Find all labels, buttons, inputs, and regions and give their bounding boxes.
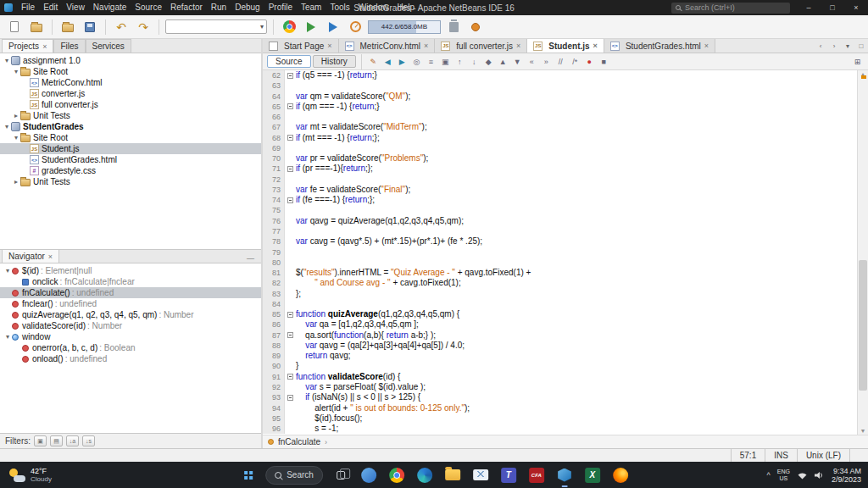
tree-item-metricconv-html[interactable]: MetricConv.html [0, 77, 261, 88]
expander-right-icon[interactable]: ▸ [12, 112, 20, 119]
close-icon[interactable]: × [424, 42, 428, 50]
netbeans-icon[interactable] [554, 465, 575, 485]
clock-widget[interactable]: 9:34 AM 2/9/2023 [832, 467, 861, 484]
run-project-button[interactable] [302, 18, 320, 36]
tree-item-studentgrades-html[interactable]: StudentGrades.html [0, 154, 261, 165]
breadcrumb-item[interactable]: fnCalculate [278, 437, 320, 446]
expander-down-icon[interactable]: ▾ [3, 123, 11, 130]
close-icon[interactable]: × [42, 42, 47, 51]
expander-down-icon[interactable]: ▾ [3, 57, 11, 64]
fold-collapse-icon[interactable] [285, 70, 296, 80]
shift-right-icon[interactable]: » [540, 55, 553, 68]
new-file-button[interactable] [5, 18, 24, 36]
tree-item-studentgrades[interactable]: ▾StudentGrades [0, 121, 261, 132]
wifi-icon[interactable] [797, 471, 808, 480]
expander-down-icon[interactable]: ▾ [12, 134, 20, 141]
config-select[interactable]: ▾ [165, 19, 267, 34]
chrome-icon[interactable] [387, 465, 407, 485]
editor-tab-metricconv-html[interactable]: MetricConv.html× [339, 39, 436, 53]
navigator-item-onload[interactable]: onload(): undefined [0, 353, 261, 364]
tree-item-converter-js[interactable]: converter.js [0, 88, 261, 99]
widgets-icon[interactable] [359, 465, 379, 485]
maximize-button[interactable]: □ [821, 0, 844, 15]
tab-navigator[interactable]: Navigator × [2, 249, 59, 263]
minimize-panel-icon[interactable]: — [240, 254, 261, 263]
firefox-icon[interactable] [610, 465, 631, 485]
navigator-item-onclick[interactable]: onclick: fnCalculate|fnclear [0, 276, 261, 287]
tab-list-icon[interactable]: ▾ [841, 39, 854, 53]
view-history-button[interactable]: History [313, 55, 356, 68]
navigator-item-validatescore-id[interactable]: validateScore(id): Number [0, 320, 261, 331]
fold-collapse-icon[interactable] [285, 164, 296, 174]
mail-icon[interactable] [470, 465, 491, 485]
tray-overflow-icon[interactable]: ^ [767, 471, 771, 480]
warning-mark-icon[interactable] [861, 75, 866, 79]
taskbar-search[interactable]: Search [265, 466, 323, 485]
macro-stop-icon[interactable]: ■ [598, 55, 610, 68]
tree-item-site-root[interactable]: ▾Site Root [0, 132, 261, 143]
edge-icon[interactable] [415, 465, 435, 485]
expander-down-icon[interactable]: ▾ [3, 333, 12, 341]
garbage-collect-button[interactable] [444, 18, 463, 36]
menu-edit[interactable]: Edit [39, 0, 62, 15]
scrollbar-thumb[interactable] [859, 260, 867, 391]
menu-view[interactable]: View [62, 0, 89, 15]
fold-collapse-icon[interactable] [285, 372, 296, 382]
teams-icon[interactable]: T [498, 465, 519, 485]
prev-bookmark-icon[interactable]: ▲ [497, 55, 509, 68]
editor-tab-student-js[interactable]: Student.js× [527, 39, 604, 53]
editor-scrollbar[interactable]: ▲ ▼ [857, 70, 868, 435]
close-icon[interactable]: × [704, 42, 709, 50]
tree-item-assignment-1-0[interactable]: ▾assignment 1.0 [0, 55, 261, 66]
navigator-item-fnclear[interactable]: fnclear(): undefined [0, 298, 261, 309]
undo-button[interactable]: ↶ [112, 18, 131, 36]
forward-icon[interactable]: ▶ [396, 55, 409, 68]
menu-source[interactable]: Source [131, 0, 166, 15]
close-icon[interactable]: × [516, 42, 520, 50]
file-explorer-icon[interactable] [442, 465, 463, 485]
tree-item-site-root[interactable]: ▾Site Root [0, 66, 261, 77]
panel-tab-projects[interactable]: Projects× [2, 39, 53, 53]
quick-search-input[interactable]: Search (Ctrl+I) [671, 3, 790, 14]
menu-debug[interactable]: Debug [231, 0, 264, 15]
close-button[interactable]: × [844, 0, 868, 15]
editor-tab-start-page[interactable]: Start Page× [263, 39, 339, 53]
fold-collapse-icon[interactable] [285, 102, 296, 112]
memory-indicator[interactable]: 442.6/658.0MB [368, 20, 441, 34]
menu-run[interactable]: Run [207, 0, 231, 15]
volume-icon[interactable] [815, 471, 825, 480]
redo-button[interactable]: ↷ [134, 18, 153, 36]
line-endings[interactable]: Unix (LF) [797, 449, 849, 462]
close-icon[interactable]: × [593, 42, 598, 50]
scroll-tabs-left-icon[interactable]: ‹ [814, 39, 827, 53]
minimize-button[interactable]: – [797, 0, 821, 15]
macro-start-icon[interactable]: ● [583, 55, 596, 68]
navigator-item-window[interactable]: ▾window [0, 331, 261, 342]
language-indicator[interactable]: ENG US [777, 469, 790, 482]
navigator-item-id[interactable]: ▾$(id): Element|null [0, 265, 261, 276]
menu-file[interactable]: File [17, 0, 39, 15]
editor-tab-studentgrades-html[interactable]: StudentGrades.html× [604, 39, 715, 53]
panel-tab-services[interactable]: Services [86, 39, 131, 53]
debug-project-button[interactable] [324, 18, 342, 36]
navigator-item-onerror-a-b-c-d[interactable]: onerror(a, b, c, d): Boolean [0, 342, 261, 353]
menu-navigate[interactable]: Navigate [89, 0, 131, 15]
tree-item-student-js[interactable]: Student.js [0, 143, 261, 154]
filter-show-fields-button[interactable]: ▣ [34, 435, 47, 446]
navigator-item-fncalculate[interactable]: fnCalculate(): undefined [0, 287, 261, 298]
tree-item-gradestyle-css[interactable]: gradestyle.css [0, 165, 261, 176]
filter-sort-source-button[interactable]: ↓s [82, 435, 95, 446]
back-icon[interactable]: ◀ [381, 55, 394, 68]
shift-left-icon[interactable]: « [526, 55, 538, 68]
close-icon[interactable]: × [48, 252, 53, 261]
start-button[interactable] [237, 465, 258, 485]
find-selection-icon[interactable]: ◎ [410, 55, 423, 68]
close-icon[interactable]: × [327, 42, 331, 50]
menu-profile[interactable]: Profile [264, 0, 297, 15]
open-project-button[interactable] [58, 18, 77, 36]
comment-icon[interactable]: // [554, 55, 567, 68]
filter-show-static-button[interactable]: ▤ [50, 435, 63, 446]
prev-occurrence-icon[interactable]: ↑ [453, 55, 466, 68]
fold-collapse-icon[interactable] [285, 195, 296, 205]
scroll-tabs-right-icon[interactable]: › [827, 39, 841, 53]
